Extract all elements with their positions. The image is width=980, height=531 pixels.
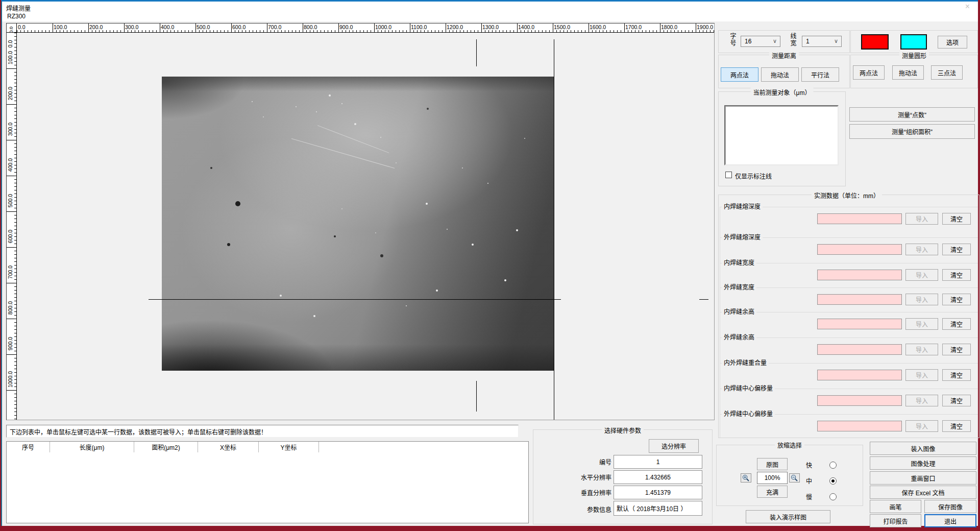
ruler-major-tick	[303, 23, 303, 33]
zoom-in-icon	[742, 474, 750, 482]
exit-button[interactable]: 退出	[924, 514, 976, 527]
select-resolution-button[interactable]: 选分辨率	[649, 439, 699, 453]
circle-drag-button[interactable]: 拖动法	[892, 65, 924, 80]
field-input[interactable]	[817, 270, 902, 280]
measure-circle-title: 测量圆形	[899, 51, 929, 60]
save-image-button[interactable]: 保存图像	[924, 500, 976, 513]
field-input[interactable]	[817, 213, 902, 224]
distance-drag-button[interactable]: 拖动法	[761, 67, 799, 82]
ruler-tick-label: 100.0	[7, 47, 13, 68]
import-button[interactable]: 导入	[905, 294, 938, 305]
import-button[interactable]: 导入	[905, 369, 938, 381]
field-input[interactable]	[817, 421, 902, 431]
show-annotation-checkbox[interactable]	[725, 172, 732, 178]
font-size-select[interactable]: 16 ∨	[741, 36, 780, 47]
ruler-major-tick	[338, 23, 339, 33]
import-button[interactable]: 导入	[905, 244, 938, 255]
secondary-color-swatch[interactable]	[900, 34, 927, 50]
zoom-percent-field[interactable]: 100%	[757, 472, 788, 484]
hw-value[interactable]: 默认（ 2018年3月10日 ）	[614, 501, 702, 516]
hw-value[interactable]: 1.451379	[614, 486, 702, 499]
distance-parallel-button[interactable]: 平行法	[801, 67, 839, 82]
speed-radios: 快中慢	[806, 457, 837, 504]
guide-line-vertical-top	[476, 39, 477, 66]
table-header-cell[interactable]: Y坐标	[259, 442, 319, 452]
import-button[interactable]: 导入	[905, 318, 938, 330]
circle-three-point-button[interactable]: 三点法	[931, 65, 963, 80]
clear-button[interactable]: 清空	[942, 369, 971, 381]
measure-area-button[interactable]: 测量“组织面积”	[849, 124, 975, 139]
zoom-fill-button[interactable]: 充满	[757, 486, 788, 498]
ruler-major-tick	[195, 23, 196, 33]
clear-button[interactable]: 清空	[942, 395, 971, 406]
speed-radio[interactable]	[829, 462, 837, 469]
window-title: 焊缝测量	[6, 4, 31, 12]
menu-item-rz300[interactable]: RZ300	[7, 13, 26, 20]
font-size-label: 字号	[728, 33, 737, 47]
speed-radio[interactable]	[829, 477, 837, 485]
load-image-button[interactable]: 装入图像	[870, 442, 976, 455]
circle-two-point-button[interactable]: 两点法	[853, 65, 885, 80]
ruler-tick-label: 1400.0	[518, 24, 534, 30]
ruler-major-tick	[7, 140, 17, 140]
table-header-cell[interactable]: 长度(μm)	[50, 442, 134, 452]
field-input[interactable]	[817, 344, 902, 355]
clear-button[interactable]: 清空	[942, 294, 971, 305]
field-input[interactable]	[817, 319, 902, 329]
redraw-window-button[interactable]: 重画窗口	[870, 471, 976, 485]
import-button[interactable]: 导入	[905, 269, 938, 281]
specimen-dark-pores	[162, 77, 163, 78]
import-button[interactable]: 导入	[905, 213, 938, 225]
zoom-in-button[interactable]	[741, 473, 751, 482]
chevron-down-icon: ∨	[773, 38, 777, 44]
clear-button[interactable]: 清空	[942, 420, 971, 432]
table-header-cell[interactable]: 序号	[7, 442, 50, 452]
load-demo-button[interactable]: 装入演示样图	[746, 510, 830, 523]
table-header-cell[interactable]: X坐标	[198, 442, 259, 452]
ruler-major-tick	[410, 23, 410, 33]
print-report-button[interactable]: 打印报告	[870, 514, 921, 527]
distance-two-point-button[interactable]: 两点法	[721, 67, 758, 82]
clear-button[interactable]: 清空	[942, 269, 971, 281]
table-header-cell[interactable]: 面积(μm2)	[134, 442, 198, 452]
line-width-select[interactable]: 1 ∨	[802, 36, 842, 47]
pen-button[interactable]: 画笔	[870, 500, 921, 513]
speed-label: 中	[806, 476, 812, 485]
import-button[interactable]: 导入	[905, 420, 938, 432]
field-input[interactable]	[817, 244, 902, 255]
clear-button[interactable]: 清空	[942, 244, 971, 255]
close-icon[interactable]: ×	[965, 2, 970, 11]
drawing-canvas[interactable]: 0.0 0.0100.0200.0300.0400.0500.0600.0700…	[6, 23, 715, 420]
weld-specimen-image[interactable]	[162, 77, 554, 371]
field-input[interactable]	[817, 370, 902, 380]
clear-button[interactable]: 清空	[942, 318, 971, 330]
import-button[interactable]: 导入	[905, 395, 938, 406]
v-ruler: 0.0100.0200.0300.0400.0500.0600.0700.080…	[7, 33, 17, 420]
hw-value[interactable]: 1.432665	[614, 470, 702, 484]
zoom-original-button[interactable]: 原图	[757, 458, 788, 470]
field-label: 内焊缝中心偏移量	[722, 385, 775, 392]
ruler-tick-label: 200.0	[89, 24, 103, 30]
ruler-tick-label: 500.0	[7, 190, 13, 211]
zoom-out-button[interactable]	[789, 473, 800, 482]
zoom-out-icon	[791, 474, 798, 482]
clear-button[interactable]: 清空	[942, 213, 971, 225]
zoom-title: 放缩选择	[775, 441, 804, 449]
result-table[interactable]: 序号长度(μm)面积(μm2)X坐标Y坐标	[6, 441, 529, 523]
options-button[interactable]: 选项	[938, 36, 967, 49]
current-object-display	[724, 105, 839, 165]
save-excel-button[interactable]: 保存 Excel 文档	[870, 486, 976, 499]
field-input[interactable]	[817, 294, 902, 305]
field-input[interactable]	[817, 395, 902, 406]
clear-button[interactable]: 清空	[942, 344, 971, 355]
hw-value[interactable]: 1	[614, 455, 702, 469]
ruler-tick-label: 600.0	[7, 226, 13, 247]
speed-radio[interactable]	[829, 493, 837, 500]
ruler-major-tick	[696, 23, 696, 33]
process-image-button[interactable]: 图像处理	[870, 456, 976, 470]
primary-color-swatch[interactable]	[861, 34, 889, 50]
measure-points-button[interactable]: 测量“点数”	[849, 107, 975, 122]
ruler-tick-label: 500.0	[197, 24, 210, 30]
import-button[interactable]: 导入	[905, 344, 938, 355]
ruler-tick-label: 1000.0	[7, 369, 13, 390]
